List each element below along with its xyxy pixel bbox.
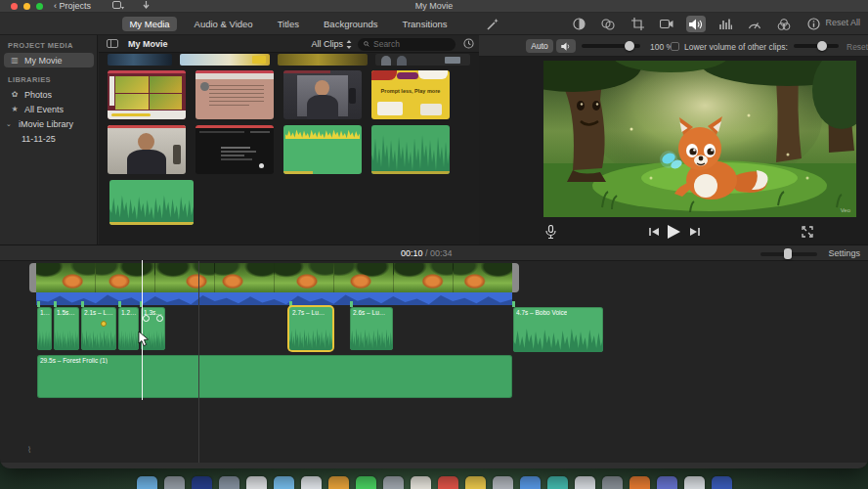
clip-filter-dropdown[interactable]: All Clips bbox=[311, 39, 352, 49]
audio-clip-1[interactable]: 1… bbox=[37, 307, 52, 350]
dock-app-icon[interactable] bbox=[301, 476, 322, 489]
background-music-clip[interactable]: 29.5s – Forest Frolic (1) bbox=[37, 355, 512, 398]
volume-icon[interactable] bbox=[686, 16, 706, 32]
fullscreen-icon[interactable] bbox=[802, 226, 813, 238]
lower-volume-slider[interactable] bbox=[794, 44, 839, 48]
video-clip-filmstrip[interactable] bbox=[36, 263, 512, 292]
media-thumb-strip-4[interactable] bbox=[375, 54, 470, 66]
media-thumb-strip-3[interactable] bbox=[278, 54, 368, 66]
tab-transitions[interactable]: Transitions bbox=[395, 17, 454, 31]
keyframe-circle[interactable] bbox=[156, 315, 163, 322]
clip-trim-handle-left[interactable] bbox=[29, 263, 36, 292]
speed-icon[interactable] bbox=[745, 16, 764, 32]
volume-keyframe-marker[interactable] bbox=[101, 321, 107, 327]
attached-music-bar[interactable] bbox=[36, 292, 512, 305]
dock-app-icon[interactable] bbox=[137, 476, 157, 489]
dock-app-icon[interactable] bbox=[712, 476, 732, 489]
dock-app-icon[interactable] bbox=[164, 476, 185, 489]
audio-clip-3[interactable]: 2.1s – L… bbox=[81, 307, 116, 350]
enhance-wand-icon[interactable] bbox=[487, 18, 499, 30]
sidebar-item-my-movie[interactable]: ▥ My Movie bbox=[4, 53, 94, 67]
media-thumb-yellow-design[interactable]: Prompt less, Play more bbox=[371, 70, 450, 119]
media-thumb-terminal[interactable] bbox=[195, 125, 274, 174]
clip-trim-handle-right[interactable] bbox=[512, 263, 519, 292]
dock-app-icon[interactable] bbox=[411, 476, 431, 489]
timeline-zoom-slider[interactable] bbox=[760, 252, 817, 256]
voiceover-clip[interactable]: 4.7s – Bobo Voice bbox=[513, 307, 603, 352]
mute-button[interactable] bbox=[556, 39, 576, 53]
volume-slider-thumb[interactable] bbox=[625, 41, 634, 51]
reset-volume-button[interactable]: Reset bbox=[846, 42, 868, 52]
search-input[interactable] bbox=[373, 39, 450, 49]
clip-info-icon[interactable] bbox=[803, 16, 823, 32]
sidebar-toggle-icon[interactable] bbox=[107, 39, 118, 48]
audio-clip-7[interactable]: 2.6s – Lu… bbox=[350, 307, 393, 350]
sidebar-item-photos[interactable]: ✿ Photos bbox=[4, 87, 94, 102]
dock[interactable] bbox=[0, 473, 868, 489]
lower-volume-slider-thumb[interactable] bbox=[817, 41, 827, 51]
dock-app-icon[interactable] bbox=[493, 476, 513, 489]
tab-backgrounds[interactable]: Backgrounds bbox=[317, 17, 384, 31]
noise-equalizer-icon[interactable] bbox=[716, 16, 735, 32]
dock-app-icon[interactable] bbox=[657, 476, 677, 489]
media-thumb-strip-2[interactable] bbox=[180, 54, 270, 66]
media-thumb-fox-grid[interactable] bbox=[108, 70, 186, 119]
dock-app-icon[interactable] bbox=[219, 476, 239, 489]
crop-icon[interactable] bbox=[628, 16, 647, 32]
tab-titles[interactable]: Titles bbox=[271, 17, 306, 31]
dock-app-icon[interactable] bbox=[629, 476, 650, 489]
timeline-settings-button[interactable]: Settings bbox=[828, 248, 860, 258]
playhead[interactable] bbox=[142, 260, 143, 400]
tab-audio-video[interactable]: Audio & Video bbox=[188, 17, 260, 31]
media-thumb-strip-1[interactable] bbox=[108, 54, 172, 66]
media-browser: My Movie All Clips bbox=[99, 35, 479, 244]
dock-app-icon[interactable] bbox=[575, 476, 595, 489]
previous-frame-button[interactable] bbox=[649, 227, 659, 237]
media-thumb-webcam-1[interactable] bbox=[283, 70, 362, 119]
media-thumb-audio-tall-wave[interactable] bbox=[371, 125, 450, 174]
sidebar-item-all-events[interactable]: ★ All Events bbox=[4, 102, 94, 116]
volume-slider[interactable] bbox=[582, 44, 640, 48]
dock-app-icon[interactable] bbox=[274, 476, 294, 489]
dock-app-icon[interactable] bbox=[465, 476, 486, 489]
sidebar-item-imovie-library[interactable]: ⌄ iMovie Library bbox=[4, 116, 94, 131]
dock-app-icon[interactable] bbox=[602, 476, 623, 489]
dock-app-icon[interactable] bbox=[328, 476, 349, 489]
color-balance-icon[interactable] bbox=[569, 16, 588, 32]
record-voiceover-icon[interactable] bbox=[545, 225, 556, 240]
updown-chevron-icon bbox=[346, 40, 352, 49]
media-thumb-audio-3[interactable] bbox=[109, 180, 194, 225]
auto-volume-button[interactable]: Auto bbox=[526, 39, 553, 53]
audio-clip-2[interactable]: 1.5s… bbox=[54, 307, 79, 350]
lower-volume-checkbox[interactable] bbox=[671, 42, 679, 51]
media-thumb-document[interactable] bbox=[195, 70, 274, 119]
reset-all-button[interactable]: Reset All bbox=[825, 18, 860, 27]
sidebar-all-events-label: All Events bbox=[24, 105, 64, 114]
timeline: 1… 1.5s… 2.1s – L… 1.2… 1.3s… bbox=[0, 261, 868, 468]
dock-app-icon[interactable] bbox=[192, 476, 212, 489]
media-thumb-audio-yellow-wave[interactable] bbox=[283, 125, 362, 174]
viewer-video[interactable]: Veo bbox=[543, 61, 856, 217]
audio-clip-4[interactable]: 1.2… bbox=[118, 307, 139, 350]
keyframe-circle[interactable] bbox=[143, 315, 150, 322]
dock-app-icon[interactable] bbox=[356, 476, 376, 489]
sidebar-item-event-date[interactable]: 11-11-25 bbox=[4, 131, 94, 146]
sort-clock-icon[interactable] bbox=[463, 38, 474, 49]
search-field[interactable] bbox=[358, 38, 456, 51]
dock-app-icon[interactable] bbox=[547, 476, 568, 489]
clip-filter-icon[interactable] bbox=[774, 16, 794, 32]
dock-app-icon[interactable] bbox=[520, 476, 541, 489]
dock-app-icon[interactable] bbox=[246, 476, 267, 489]
next-frame-button[interactable] bbox=[690, 227, 700, 237]
audio-clip-selected[interactable]: 2.7s – Lu… bbox=[289, 307, 332, 350]
tab-my-media[interactable]: My Media bbox=[122, 17, 176, 31]
timeline-zoom-thumb[interactable] bbox=[784, 248, 792, 259]
dock-app-icon[interactable] bbox=[383, 476, 404, 489]
sidebar-photos-label: Photos bbox=[24, 90, 52, 100]
dock-app-icon[interactable] bbox=[684, 476, 705, 489]
color-correction-icon[interactable] bbox=[598, 16, 618, 32]
play-button[interactable] bbox=[667, 225, 680, 239]
stabilization-icon[interactable] bbox=[657, 16, 676, 32]
dock-app-icon[interactable] bbox=[438, 476, 458, 489]
media-thumb-webcam-2[interactable] bbox=[108, 125, 186, 174]
